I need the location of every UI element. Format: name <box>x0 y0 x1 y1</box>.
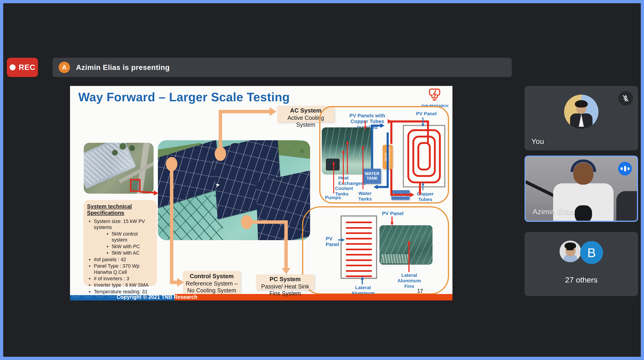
spec-item: 5kW control system <box>87 231 154 243</box>
aluminum-fin-line <box>346 265 372 266</box>
recording-label: REC <box>19 63 36 72</box>
participant-name: You <box>532 137 544 146</box>
microphone <box>575 205 592 222</box>
person-head <box>573 163 594 185</box>
mic-muted-indicator <box>618 91 633 106</box>
slide-page-number: 17 <box>417 288 423 294</box>
others-count-label: 27 others <box>524 275 638 284</box>
bulb-bolt-icon <box>427 88 442 102</box>
aluminum-fin-line <box>346 270 372 272</box>
aluminum-fin-line <box>346 275 372 277</box>
recording-dot-icon <box>10 64 16 70</box>
system-specs-box: System technical Specifications System s… <box>83 200 157 286</box>
rooftop-pv-photo: ➤ <box>158 140 310 240</box>
slide-title: Way Forward – Larger Scale Testing <box>78 90 290 104</box>
aluminum-fin-line <box>346 227 372 229</box>
control-system-subtitle: Reference System – No Cooling System <box>183 280 240 294</box>
spec-item: #of panels : 42 <box>87 257 154 263</box>
audio-bar-icon <box>621 167 623 170</box>
copyright-text: Copyright © 2021 TNB Research <box>98 294 216 300</box>
speaking-indicator <box>618 162 632 175</box>
aluminum-fin-line <box>346 238 372 240</box>
site-highlight-rectangle <box>130 179 140 192</box>
heat-exchanger-box: HEAT EXCHANGER <box>383 145 393 169</box>
aluminum-fin-line <box>346 259 372 261</box>
recording-badge: REC <box>7 58 38 77</box>
meet-window: REC A Azimin Elias is presenting Way For… <box>3 3 641 357</box>
under-panel-photo <box>322 127 373 174</box>
pc-system-title: PC System <box>256 275 314 283</box>
mic-off-icon <box>622 94 630 102</box>
control-system-title: Control System <box>183 272 240 280</box>
fins-stack <box>346 222 372 277</box>
pv-panel-outline <box>403 125 445 188</box>
pv-panel-top-label: PV Panel <box>380 211 405 216</box>
screenshot-frame: REC A Azimin Elias is presenting Way For… <box>0 0 644 360</box>
spec-item: # of inverters : 3 <box>87 276 154 282</box>
aluminum-fin-line <box>346 254 372 256</box>
pv-panel-label: PV Panel <box>414 111 439 116</box>
presentation-slide[interactable]: Way Forward – Larger Scale Testing TNB R… <box>70 86 452 300</box>
control-system-callout: Control System Reference System – No Coo… <box>183 271 240 294</box>
participant-name: Azimin Elias <box>532 208 574 216</box>
pv-panel-left-label: PV Panel <box>326 236 342 248</box>
aluminum-fin-line <box>346 243 372 245</box>
spec-item: 5kW with PC <box>87 244 154 250</box>
lateral-fins-photo-label: Lateral Aluminum Fins <box>394 272 424 289</box>
aluminum-fin-line <box>346 249 372 250</box>
avatar-initial-badge: B <box>580 241 603 264</box>
pc-system-callout: PC System Passive/ Heat Sink Fins System <box>256 275 314 290</box>
avatar <box>564 95 598 129</box>
fins-underside-photo <box>380 225 432 265</box>
spec-item: Panel Type : 370 Wp Hanwha Q.Cell <box>87 263 154 275</box>
prev-slide-icon: ‹ <box>72 289 80 298</box>
specs-heading: System technical Specifications <box>87 203 154 216</box>
aluminum-fin-line <box>346 232 372 234</box>
presenting-banner: A Azimin Elias is presenting <box>53 58 512 77</box>
participant-tile-others[interactable]: B 27 others <box>524 232 638 296</box>
audio-bar-icon <box>624 166 626 171</box>
tnb-research-logo: TNB RESEARCH <box>420 88 450 108</box>
pv-panel-outline <box>340 215 377 279</box>
aerial-site-photo <box>84 143 154 194</box>
next-slide-icon: › <box>84 289 92 298</box>
pumps-label: Pumps <box>325 195 346 200</box>
participant-tile-you[interactable]: You <box>524 86 638 150</box>
aluminum-fin-line <box>346 222 372 223</box>
water-tank-box: WATER TANK <box>363 169 381 184</box>
presenting-banner-text: Azimin Elias is presenting <box>76 63 170 72</box>
participant-tile-azimin[interactable]: Azimin Elias <box>524 156 638 222</box>
presenter-avatar: A <box>58 62 70 73</box>
active-cooling-diagram: PV Panels with Copper Tubes Installed He… <box>319 106 449 204</box>
pc-system-subtitle: Passive/ Heat Sink Fins System <box>256 283 314 297</box>
audio-bar-icon <box>628 167 630 170</box>
spec-item: 5kW with AC <box>87 250 154 256</box>
specs-list: System size: 15 kW PV systems5kW control… <box>87 218 154 300</box>
chair <box>616 191 638 222</box>
spec-item: Inverter type : 6 kW SMA <box>87 282 154 288</box>
copper-tubes-label: Copper Tubes <box>414 191 437 202</box>
avatar <box>560 241 581 262</box>
passive-fins-diagram: PV Panel PV Panel Lateral Aluminum Fins … <box>302 206 449 294</box>
water-tanks-label: Water Tanks <box>355 191 375 202</box>
coolant-box: Coolant <box>391 190 410 200</box>
spec-item: System size: 15 kW PV systems <box>87 218 154 231</box>
